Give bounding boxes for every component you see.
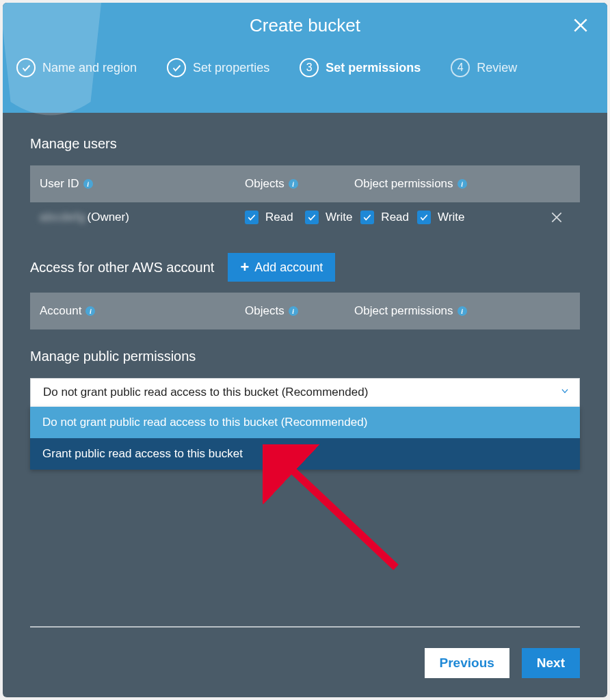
modal-footer: Previous Next (3, 626, 607, 697)
public-access-select[interactable]: Do not grant public read access to this … (30, 378, 580, 407)
checkbox-checked-icon (417, 211, 431, 224)
close-button[interactable] (572, 16, 589, 37)
step-set-permissions[interactable]: 3 Set permissions (300, 58, 421, 77)
dropdown-option-no-public[interactable]: Do not grant public read access to this … (30, 407, 580, 438)
col-account: Account i (40, 304, 245, 318)
other-accounts-heading: Access for other AWS account (30, 260, 214, 275)
col-objects: Objects i (245, 177, 354, 191)
step-set-properties[interactable]: Set properties (167, 58, 269, 77)
close-icon (572, 16, 589, 34)
next-button[interactable]: Next (522, 648, 580, 678)
add-account-button[interactable]: + Add account (228, 253, 335, 282)
objects-read-checkbox[interactable]: Read (245, 211, 293, 224)
table-row: abcdefg (Owner) Read Write Read (30, 202, 580, 232)
step-number-icon: 3 (300, 58, 319, 77)
checkmark-icon (167, 58, 186, 77)
previous-button[interactable]: Previous (425, 648, 509, 678)
info-icon[interactable]: i (83, 179, 93, 189)
checkbox-checked-icon (305, 211, 319, 224)
col-object-permissions: Object permissions i (354, 177, 532, 191)
checkbox-checked-icon (360, 211, 374, 224)
plus-icon: + (240, 260, 249, 275)
info-icon[interactable]: i (289, 179, 298, 189)
perm-read-checkbox[interactable]: Read (360, 211, 409, 224)
info-icon[interactable]: i (458, 179, 467, 189)
footer-divider (30, 626, 580, 628)
redacted-user-id: abcdefg (40, 211, 86, 224)
remove-row-button[interactable] (532, 211, 570, 224)
public-permissions-heading: Manage public permissions (30, 349, 580, 364)
col-objects: Objects i (245, 304, 354, 318)
step-number-icon: 4 (451, 58, 470, 77)
col-object-permissions: Object permissions i (354, 304, 532, 318)
perm-write-checkbox[interactable]: Write (417, 211, 464, 224)
info-icon[interactable]: i (289, 306, 298, 316)
objects-write-checkbox[interactable]: Write (305, 211, 352, 224)
col-user-id: User ID i (40, 177, 245, 191)
dropdown-option-grant-public[interactable]: Grant public read access to this bucket (30, 438, 580, 470)
info-icon[interactable]: i (85, 306, 95, 316)
create-bucket-modal: Create bucket Name and region Set proper… (3, 3, 607, 697)
user-id-cell: abcdefg (Owner) (40, 211, 245, 224)
chevron-down-icon (560, 386, 570, 399)
manage-users-table-header: User ID i Objects i Object permissions i (30, 165, 580, 202)
modal-header: Create bucket Name and region Set proper… (3, 3, 607, 113)
other-accounts-table-header: Account i Objects i Object permissions i (30, 293, 580, 329)
close-icon (550, 211, 563, 224)
checkbox-checked-icon (245, 211, 258, 224)
info-icon[interactable]: i (458, 306, 467, 316)
public-access-options: Do not grant public read access to this … (30, 407, 580, 470)
public-access-dropdown: Do not grant public read access to this … (30, 378, 580, 407)
step-review[interactable]: 4 Review (451, 58, 517, 77)
other-accounts-row: Access for other AWS account + Add accou… (30, 253, 580, 282)
bucket-decor-icon (3, 3, 140, 153)
modal-content: Manage users User ID i Objects i Object … (3, 113, 607, 697)
